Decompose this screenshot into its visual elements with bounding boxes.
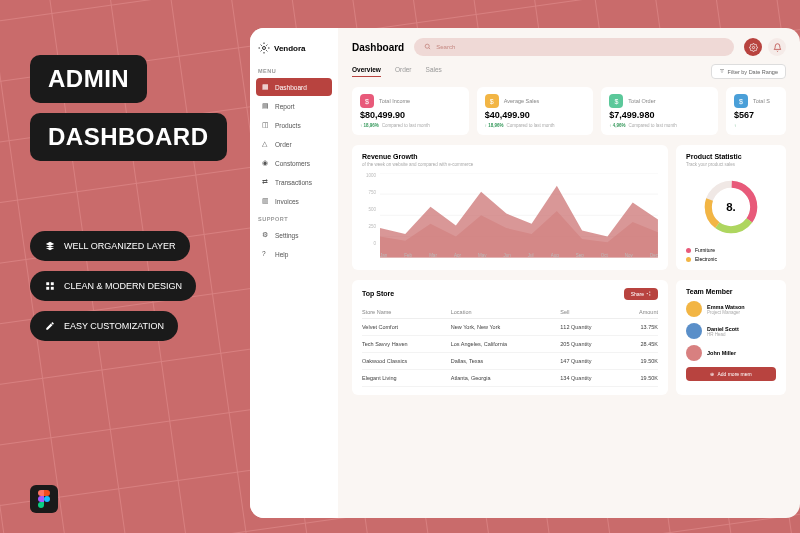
tab-overview[interactable]: Overview (352, 66, 381, 77)
filter-date-button[interactable]: Filter by Date Range (711, 64, 786, 79)
promo-panel: ADMIN DASHBOARD WELL ORGANIZED LAYER CLE… (30, 55, 227, 351)
stat-icon: $ (734, 94, 748, 108)
promo-title-1: ADMIN (30, 55, 147, 103)
search-icon (424, 43, 431, 51)
sidebar-item-settings[interactable]: ⚙Settings (256, 226, 332, 244)
edit-icon (44, 320, 56, 332)
tab-order[interactable]: Order (395, 66, 412, 77)
sidebar-item-invoices[interactable]: ▥Invoices (256, 192, 332, 210)
top-store-card: Top Store Share Store NameLocationSellAm… (352, 280, 668, 395)
stat-card: $Total Income$80,499.90↑ 18,96%Compared … (352, 87, 469, 135)
promo-pill: CLEAN & MODERN DESIGN (30, 271, 196, 301)
product-legend: FurnitureElectronic (686, 247, 776, 262)
svg-point-7 (752, 46, 754, 48)
menu-icon: ◫ (262, 121, 270, 129)
team-title: Team Member (686, 288, 776, 295)
menu-icon: ◉ (262, 159, 270, 167)
share-icon (646, 291, 651, 297)
x-axis: JanFebMarAprMayJunJulAugSepOctNovDec (380, 253, 658, 258)
table-header: Store Name (362, 306, 451, 319)
chart-subtitle: of the week on website and compared with… (362, 162, 658, 167)
table-row[interactable]: Elegant LivingAtlanta, Georgia134 Quanti… (362, 370, 658, 387)
stat-card: $Total Order$7,499.980↑ 4,96%Compared to… (601, 87, 718, 135)
support-section-label: SUPPORT (258, 216, 330, 222)
page-title: Dashboard (352, 42, 404, 53)
team-card: Team Member Emma WatsonProject ManagerDa… (676, 280, 786, 395)
grid-icon (44, 280, 56, 292)
table-row[interactable]: Tech Savvy HavenLos Angeles, California2… (362, 336, 658, 353)
topbar: Dashboard Search (352, 38, 786, 56)
dashboard-window: Vendora MENU ▦Dashboard▤Report◫Products△… (250, 28, 800, 518)
stat-icon: $ (360, 94, 374, 108)
table-row[interactable]: Velvet ComfortNew York, New York112 Quan… (362, 319, 658, 336)
figma-badge (30, 485, 58, 513)
tab-sales[interactable]: Sales (426, 66, 442, 77)
svg-rect-3 (51, 287, 54, 290)
table-header: Amount (621, 306, 658, 319)
menu-icon: ⚙ (262, 231, 270, 239)
table-row[interactable]: Oakwood ClassicsDallas, Texas147 Quantit… (362, 353, 658, 370)
menu-icon: ▥ (262, 197, 270, 205)
team-member[interactable]: John Miller (686, 345, 776, 361)
brand-name: Vendora (274, 44, 306, 53)
plus-icon: ⊕ (710, 371, 714, 377)
svg-point-6 (425, 44, 429, 48)
legend-item: Electronic (686, 256, 776, 262)
product-title: Product Statistic (686, 153, 776, 160)
product-subtitle: Track your product sales (686, 162, 776, 167)
layers-icon (44, 240, 56, 252)
table-header: Sell (560, 306, 621, 319)
team-member[interactable]: Daniel ScottHR Head (686, 323, 776, 339)
svg-rect-0 (46, 282, 49, 285)
sidebar-item-help[interactable]: ?Help (256, 245, 332, 263)
svg-point-4 (44, 496, 50, 502)
share-button[interactable]: Share (624, 288, 658, 300)
stat-card: $Total S$567↑ (726, 87, 786, 135)
team-member[interactable]: Emma WatsonProject Manager (686, 301, 776, 317)
sidebar-item-report[interactable]: ▤Report (256, 97, 332, 115)
svg-rect-1 (51, 282, 54, 285)
svg-rect-2 (46, 287, 49, 290)
stat-icon: $ (485, 94, 499, 108)
area-chart (380, 173, 658, 258)
menu-icon: ? (262, 250, 270, 258)
chart-title: Revenue Growth (362, 153, 658, 160)
store-table: Store NameLocationSellAmount Velvet Comf… (362, 306, 658, 387)
settings-icon-button[interactable] (744, 38, 762, 56)
brand: Vendora (256, 38, 332, 58)
sidebar-item-products[interactable]: ◫Products (256, 116, 332, 134)
product-stat-card: Product Statistic Track your product sal… (676, 145, 786, 270)
notification-icon-button[interactable] (768, 38, 786, 56)
promo-pill: EASY CUSTOMIZATION (30, 311, 178, 341)
promo-title-2: DASHBOARD (30, 113, 227, 161)
menu-icon: ▦ (262, 83, 270, 91)
brand-logo-icon (258, 42, 270, 54)
main-content: Dashboard Search OverviewOrderSales Filt… (338, 28, 800, 518)
promo-pill: WELL ORGANIZED LAYER (30, 231, 190, 261)
avatar (686, 345, 702, 361)
stat-card: $Average Sales$40,499.90↑ 18,96%Compared… (477, 87, 594, 135)
sidebar-item-dashboard[interactable]: ▦Dashboard (256, 78, 332, 96)
avatar (686, 323, 702, 339)
menu-icon: ▤ (262, 102, 270, 110)
sidebar-item-transactions[interactable]: ⇄Transactions (256, 173, 332, 191)
add-member-button[interactable]: ⊕ Add more mem (686, 367, 776, 381)
menu-icon: ⇄ (262, 178, 270, 186)
legend-item: Furniture (686, 247, 776, 253)
y-axis: 10007505002500 (362, 173, 376, 246)
sidebar-item-order[interactable]: △Order (256, 135, 332, 153)
menu-section-label: MENU (258, 68, 330, 74)
sidebar-item-constomers[interactable]: ◉Constomers (256, 154, 332, 172)
svg-text:8.: 8. (726, 201, 736, 213)
filter-icon (719, 68, 725, 75)
table-title: Top Store (362, 290, 394, 297)
search-input[interactable]: Search (414, 38, 734, 56)
table-header: Location (451, 306, 561, 319)
menu-icon: △ (262, 140, 270, 148)
stats-row: $Total Income$80,499.90↑ 18,96%Compared … (352, 87, 786, 135)
donut-chart: 8. (701, 177, 761, 237)
svg-point-5 (263, 47, 266, 50)
tabs: OverviewOrderSales (352, 66, 442, 77)
stat-icon: $ (609, 94, 623, 108)
avatar (686, 301, 702, 317)
